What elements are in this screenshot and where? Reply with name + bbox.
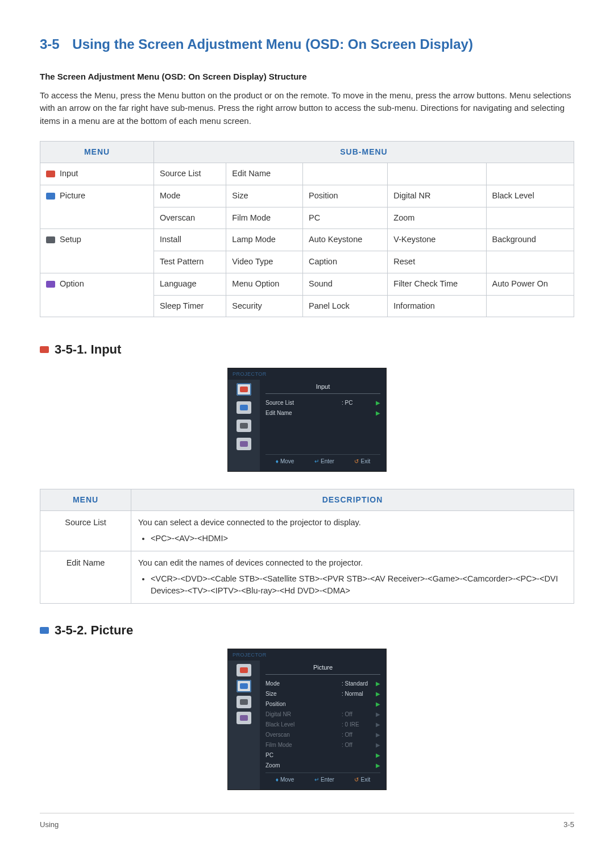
th-menu: MENU [40, 489, 131, 511]
osd-row: Mode: Standard▶ [265, 678, 380, 688]
osd-screenshot-input: PROJECTOR Input Source List : PC ▶ Edit … [227, 368, 387, 472]
osd-row: Zoom▶ [265, 760, 380, 770]
osd-brand: PROJECTOR [228, 649, 386, 661]
chevron-right-icon: ▶ [376, 710, 380, 719]
osd-footer: ♦Move ↵Enter ↺Exit [265, 773, 380, 786]
osd-screenshot-picture: PROJECTOR Picture Mode: Standard▶Size: N… [227, 649, 387, 790]
osd-row: Film Mode: Off▶ [265, 740, 380, 750]
osd-title: Picture [265, 661, 380, 675]
osd-nav-input-icon [237, 664, 251, 676]
picture-icon [40, 627, 49, 634]
structure-heading: The Screen Adjustment Menu (OSD: On Scre… [40, 70, 574, 84]
osd-row: Black Level: 0 IRE▶ [265, 719, 380, 729]
chevron-right-icon: ▶ [376, 761, 380, 770]
chevron-right-icon: ▶ [376, 751, 380, 759]
th-menu: MENU [40, 142, 154, 163]
menu-picture: Picture [40, 185, 154, 229]
osd-row: Overscan: Off▶ [265, 729, 380, 740]
footer-left: Using [40, 819, 59, 830]
picture-icon [46, 193, 55, 200]
section-title: Using the Screen Adjustment Menu (OSD: O… [72, 36, 473, 52]
osd-nav-setup-icon [237, 696, 251, 708]
chevron-right-icon: ▶ [376, 398, 380, 407]
menu-input: Input [40, 163, 154, 185]
option-icon [46, 281, 55, 288]
footer-right: 3-5 [563, 819, 574, 830]
intro-text: To access the Menu, press the Menu butto… [40, 89, 574, 128]
chevron-right-icon: ▶ [376, 720, 380, 729]
chevron-right-icon: ▶ [376, 409, 380, 417]
osd-row: PC▶ [265, 750, 380, 760]
osd-nav-picture-icon [237, 680, 251, 692]
th-description: DESCRIPTION [131, 489, 574, 511]
setup-icon [46, 236, 55, 243]
osd-nav-setup-icon [237, 420, 251, 432]
osd-row: Digital NR: Off▶ [265, 709, 380, 719]
desc-row-label: Edit Name [40, 551, 131, 603]
desc-row-body: You can select a device connected to the… [131, 511, 574, 551]
osd-footer: ♦Move ↵Enter ↺Exit [265, 454, 380, 468]
input-icon [40, 346, 49, 353]
section-number: 3-5 [40, 36, 60, 52]
osd-row: Source List : PC ▶ [265, 397, 380, 408]
chevron-right-icon: ▶ [376, 741, 380, 749]
subsection-351: 3-5-1. Input [40, 340, 574, 359]
osd-nav-picture-icon [237, 401, 251, 414]
menu-option: Option [40, 273, 154, 317]
osd-row: Size: Normal▶ [265, 688, 380, 699]
osd-row: Edit Name ▶ [265, 408, 380, 418]
page-footer: Using 3-5 [40, 813, 574, 830]
th-submenu: SUB-MENU [154, 142, 574, 163]
subsection-352: 3-5-2. Picture [40, 621, 574, 639]
chevron-right-icon: ▶ [376, 700, 380, 708]
osd-row: Position▶ [265, 699, 380, 709]
menu-setup: Setup [40, 229, 154, 273]
osd-title: Input [265, 380, 380, 394]
section-heading: 3-5 Using the Screen Adjustment Menu (OS… [40, 34, 574, 55]
chevron-right-icon: ▶ [376, 730, 380, 739]
chevron-right-icon: ▶ [376, 690, 380, 698]
chevron-right-icon: ▶ [376, 679, 380, 688]
input-icon [46, 171, 55, 177]
desc-row-label: Source List [40, 511, 131, 551]
desc-row-body: You can edit the names of devices connec… [131, 551, 574, 603]
osd-nav-option-icon [237, 712, 251, 724]
input-description-table: MENU DESCRIPTION Source List You can sel… [40, 489, 574, 604]
osd-brand: PROJECTOR [228, 368, 386, 380]
osd-structure-table: MENU SUB-MENU Input Source List Edit Nam… [40, 141, 574, 317]
osd-nav-input-icon [237, 383, 251, 396]
osd-nav-option-icon [237, 438, 251, 450]
